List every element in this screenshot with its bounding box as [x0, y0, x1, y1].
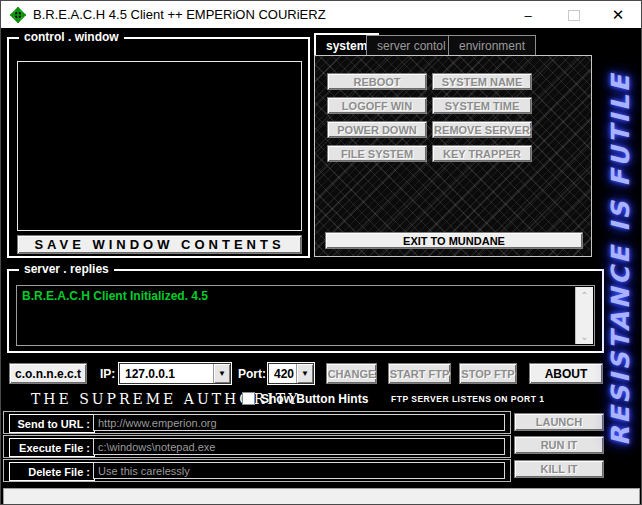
send-url-label: Send to URL :: [9, 414, 95, 433]
remove-server-button[interactable]: REMOVE SERVER: [432, 121, 532, 138]
send-url-input[interactable]: [93, 414, 505, 431]
ip-value: 127.0.0.1: [120, 367, 213, 381]
delete-file-row: Delete File :: [3, 459, 511, 482]
save-window-contents-button[interactable]: SAVE WINDOW CONTENTS: [17, 235, 302, 254]
send-url-row: Send to URL :: [3, 411, 511, 434]
connect-button[interactable]: c.o.n.n.e.c.t: [9, 363, 87, 384]
kill-it-button[interactable]: KILL IT: [514, 460, 604, 478]
control-window-display: [17, 61, 302, 231]
supreme-authority-text: THE SUPREME AUTHORITY: [31, 391, 300, 407]
status-bar: [3, 488, 640, 504]
file-system-button[interactable]: FILE SYSTEM: [327, 145, 427, 162]
about-button[interactable]: ABOUT: [529, 363, 603, 384]
window-title: B.R.E.A.C.H 4.5 Client ++ EMPERiON COURi…: [33, 7, 326, 22]
control-window-group: control . window SAVE WINDOW CONTENTS: [7, 37, 310, 258]
breach-client-window: { "window": { "title": "B.R.E.A.C.H 4.5 …: [0, 0, 642, 505]
port-label: Port:: [238, 367, 266, 381]
execute-file-row: Execute File :: [3, 435, 511, 458]
system-tab-panel: REBOOT SYSTEM NAME LOGOFF WIN SYSTEM TIM…: [314, 55, 592, 257]
show-button-hints-checkbox[interactable]: [242, 392, 255, 405]
key-trapper-button[interactable]: KEY TRAPPER: [432, 145, 532, 162]
ip-combobox[interactable]: 127.0.0.1 ▼: [119, 363, 231, 384]
reply-message: B.R.E.A.C.H Client Initialized. 4.5: [17, 286, 594, 306]
ip-dropdown-icon[interactable]: ▼: [213, 364, 230, 383]
server-replies-legend: server . replies: [19, 262, 114, 276]
scroll-down-icon[interactable]: ⌄: [576, 328, 593, 344]
reboot-button[interactable]: REBOOT: [327, 73, 427, 90]
replies-scrollbar[interactable]: ⌃ ⌄: [575, 287, 593, 344]
port-combobox[interactable]: 420 ▼: [268, 363, 314, 384]
tab-environment[interactable]: environment: [448, 35, 536, 56]
ftp-listen-note: FTP SERVER LISTENS ON PORT 1: [391, 394, 545, 404]
start-ftp-button[interactable]: START FTP: [388, 363, 451, 384]
run-it-button[interactable]: RUN IT: [514, 436, 604, 454]
execute-file-input[interactable]: [93, 438, 505, 455]
system-time-button[interactable]: SYSTEM TIME: [432, 97, 532, 114]
title-bar: B.R.E.A.C.H 4.5 Client ++ EMPERiON COURi…: [1, 1, 641, 29]
show-button-hints-label: Show Button Hints: [261, 392, 368, 406]
tab-server-contol[interactable]: server contol: [366, 35, 457, 56]
system-name-button[interactable]: SYSTEM NAME: [432, 73, 532, 90]
server-replies-group: server . replies B.R.E.A.C.H Client Init…: [7, 269, 604, 353]
scroll-up-icon[interactable]: ⌃: [576, 287, 593, 303]
delete-file-label: Delete File :: [9, 462, 95, 481]
port-value: 420: [269, 367, 296, 381]
control-window-legend: control . window: [19, 30, 124, 44]
maximize-icon: [568, 10, 580, 21]
resistance-banner: RESISTANCE IS FUTILE: [600, 31, 640, 487]
ip-label: IP:: [100, 367, 115, 381]
delete-file-input[interactable]: [93, 462, 505, 479]
stop-ftp-button[interactable]: STOP FTP: [459, 363, 517, 384]
server-replies-listbox[interactable]: B.R.E.A.C.H Client Initialized. 4.5 ⌃ ⌄: [16, 285, 595, 346]
execute-file-label: Execute File :: [9, 438, 95, 457]
minimize-button[interactable]: –: [505, 1, 551, 29]
power-down-button[interactable]: POWER DOWN: [327, 121, 427, 138]
close-button[interactable]: ✕: [595, 1, 641, 29]
app-icon: [9, 6, 27, 24]
logoff-win-button[interactable]: LOGOFF WIN: [327, 97, 427, 114]
launch-button[interactable]: LAUNCH: [514, 413, 604, 431]
maximize-button: [551, 1, 597, 29]
port-dropdown-icon[interactable]: ▼: [296, 364, 313, 383]
exit-to-mundane-button[interactable]: EXIT TO MUNDANE: [325, 232, 583, 249]
change-button[interactable]: CHANGE: [326, 363, 377, 384]
